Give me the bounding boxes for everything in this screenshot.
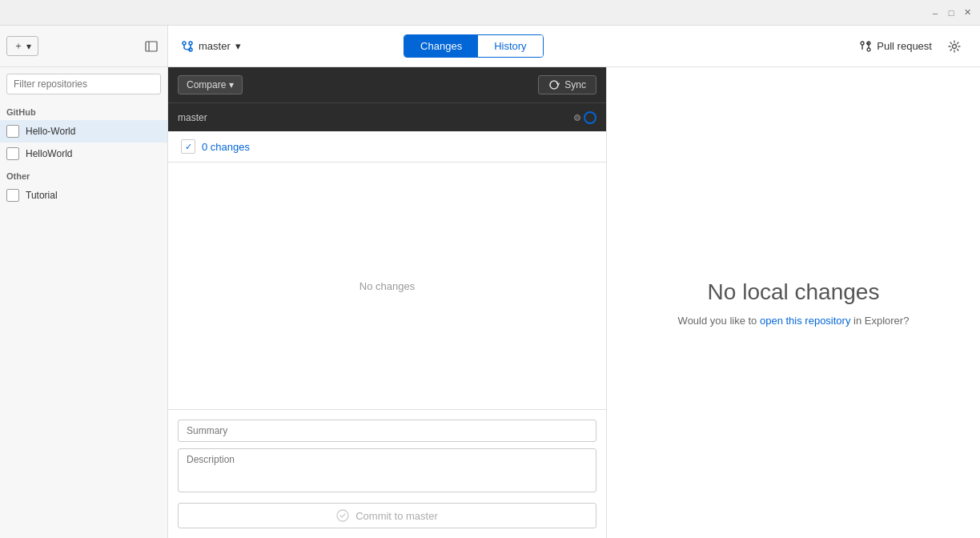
svg-point-4 (189, 42, 192, 45)
sync-icon (548, 79, 560, 90)
tab-group: Changes History (404, 34, 544, 58)
pull-request-btn[interactable]: Pull request (859, 40, 932, 53)
no-local-changes-subtitle: Would you like to open this repository i… (678, 315, 910, 327)
repo-name: Hello-World (26, 126, 75, 137)
no-changes-text: No changes (359, 280, 415, 292)
compare-btn[interactable]: Compare ▾ (178, 75, 243, 94)
main-area: master ▾ Changes History Pull request (168, 26, 980, 538)
repo-item-helloworld[interactable]: HelloWorld (0, 143, 167, 165)
content-area: Compare ▾ Sync master (168, 67, 980, 538)
commit-button[interactable]: Commit to master (178, 503, 596, 528)
commit-btn-label: Commit to master (355, 510, 438, 522)
current-branch-name: master (178, 112, 207, 123)
gear-icon (948, 40, 961, 53)
settings-btn[interactable] (942, 34, 967, 59)
repo-icon (6, 147, 19, 160)
repo-name: HelloWorld (26, 148, 72, 159)
compare-bar: Compare ▾ Sync (168, 67, 606, 102)
github-group-label: GitHub (0, 101, 167, 120)
changes-header: ✓ 0 changes (168, 131, 606, 163)
open-repository-link[interactable]: open this repository (760, 315, 850, 327)
repo-icon (6, 189, 19, 202)
sync-btn[interactable]: Sync (538, 75, 596, 94)
left-panel: Compare ▾ Sync master (168, 67, 607, 538)
branch-icon (181, 39, 194, 54)
repo-item-tutorial[interactable]: Tutorial (0, 184, 167, 207)
tab-history[interactable]: History (478, 35, 542, 57)
other-group-label: Other (0, 165, 167, 184)
changes-count: 0 changes (202, 141, 250, 153)
maximize-btn[interactable]: □ (945, 6, 958, 19)
repo-icon (6, 125, 19, 138)
commit-check-icon (336, 509, 349, 522)
svg-point-7 (861, 42, 864, 45)
filter-repositories-input[interactable] (6, 74, 161, 94)
svg-point-8 (867, 48, 870, 51)
summary-input[interactable] (178, 420, 596, 442)
pull-request-icon (859, 40, 872, 53)
no-changes-area: No changes (168, 163, 606, 409)
add-repository-btn[interactable]: ＋ ▾ (6, 36, 38, 56)
svg-rect-0 (146, 42, 157, 51)
branch-name: master (199, 40, 231, 52)
svg-point-12 (337, 510, 348, 521)
branch-indicator (574, 111, 596, 124)
commit-form: Commit to master (168, 409, 606, 538)
svg-point-2 (183, 42, 186, 45)
branch-bar: master (168, 102, 606, 131)
branch-dot (574, 114, 580, 121)
tab-changes[interactable]: Changes (404, 35, 478, 57)
sync-circle-icon (584, 111, 596, 124)
sync-label: Sync (564, 79, 586, 90)
svg-point-11 (952, 44, 956, 48)
description-textarea[interactable] (178, 448, 596, 492)
branch-selector[interactable]: master ▾ (181, 39, 241, 54)
subtitle-after: in Explorer? (850, 315, 909, 327)
main-toolbar: master ▾ Changes History Pull request (168, 26, 980, 67)
repo-name: Tutorial (26, 190, 58, 201)
subtitle-before: Would you like to (678, 315, 760, 327)
repo-item-hello-world[interactable]: Hello-World (0, 120, 167, 143)
no-local-changes-title: No local changes (708, 279, 880, 305)
minimize-btn[interactable]: – (929, 6, 942, 19)
add-btn-arrow: ▾ (26, 41, 31, 52)
compare-label: Compare ▾ (187, 79, 234, 90)
sidebar-icon (145, 40, 158, 53)
toggle-sidebar-btn[interactable] (142, 36, 161, 57)
sidebar-header: ＋ ▾ (0, 26, 167, 67)
check-all-icon[interactable]: ✓ (181, 139, 195, 154)
right-panel: No local changes Would you like to open … (607, 67, 980, 538)
branch-dropdown-icon: ▾ (235, 40, 241, 52)
sidebar: ＋ ▾ GitHub Hello-World HelloWorld Other … (0, 26, 168, 538)
add-icon: ＋ (14, 39, 23, 53)
pull-request-label: Pull request (877, 40, 932, 52)
close-btn[interactable]: ✕ (961, 6, 974, 19)
